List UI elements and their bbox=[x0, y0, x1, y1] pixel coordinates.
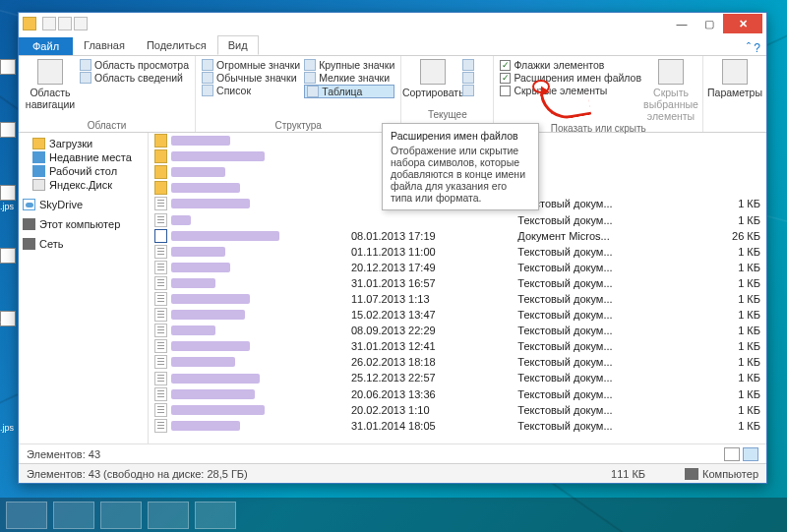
details-pane-button[interactable]: Область сведений bbox=[80, 72, 189, 84]
groupby-button[interactable] bbox=[462, 59, 474, 71]
file-date: 31.01.2013 12:41 bbox=[345, 338, 512, 354]
table-row[interactable]: 01.11.2013 11:00Текстовый докум...1 КБ bbox=[149, 244, 766, 260]
file-size bbox=[696, 133, 766, 148]
table-row[interactable]: Текстовый докум...1 КБ bbox=[149, 211, 766, 227]
close-button[interactable]: ✕ bbox=[723, 14, 762, 33]
tab-view[interactable]: Вид bbox=[217, 35, 259, 55]
table-row[interactable]: 08.01.2013 17:19Документ Micros...26 КБ bbox=[149, 228, 766, 244]
sizecols-button[interactable] bbox=[462, 85, 474, 96]
taskbar-item[interactable] bbox=[100, 502, 142, 529]
file-name-redacted bbox=[171, 405, 265, 415]
layout-table[interactable]: Таблица bbox=[304, 85, 394, 98]
navpane-label: Область навигации bbox=[26, 87, 75, 110]
tooltip-title: Расширения имен файлов bbox=[391, 130, 530, 142]
status-computer: Компьютер bbox=[702, 468, 758, 480]
navigation-pane[interactable]: Загрузки Недавние места Рабочий стол Янд… bbox=[19, 133, 149, 443]
sidebar-item-network[interactable]: Сеть bbox=[21, 237, 146, 251]
file-type: Текстовый докум... bbox=[512, 275, 696, 291]
file-name-redacted bbox=[171, 421, 240, 431]
table-row[interactable]: 20.06.2013 13:36Текстовый докум...1 КБ bbox=[149, 386, 766, 402]
desktop-icon bbox=[32, 165, 45, 177]
file-type: Документ Micros... bbox=[512, 228, 696, 244]
txt-icon bbox=[154, 292, 167, 306]
file-size: 1 КБ bbox=[696, 275, 766, 291]
ribbon: Область навигации Область просмотра Обла… bbox=[19, 56, 766, 133]
file-name-redacted bbox=[171, 278, 215, 288]
taskbar-item[interactable] bbox=[53, 502, 94, 529]
taskbar-item[interactable] bbox=[148, 502, 189, 529]
txt-icon bbox=[154, 355, 167, 369]
tab-file[interactable]: Файл bbox=[19, 37, 73, 55]
file-size: 1 КБ bbox=[696, 307, 766, 323]
layout-large[interactable]: Крупные значки bbox=[304, 59, 394, 71]
options-button[interactable]: Параметры bbox=[709, 59, 760, 119]
view-list-icon[interactable] bbox=[743, 447, 758, 461]
file-name-redacted bbox=[171, 294, 250, 304]
preview-icon bbox=[80, 59, 91, 71]
doc-icon bbox=[154, 229, 167, 243]
checkbox-file-extensions[interactable]: Расширения имен файлов bbox=[500, 72, 641, 84]
taskbar-item[interactable] bbox=[6, 502, 47, 529]
layout-list[interactable]: Список bbox=[202, 85, 300, 96]
sidebar-item-yadisk[interactable]: Яндекс.Диск bbox=[21, 178, 146, 192]
tab-home[interactable]: Главная bbox=[73, 35, 136, 55]
table-row[interactable]: 25.12.2013 22:57Текстовый докум...1 КБ bbox=[149, 370, 766, 385]
checkbox-item-checkboxes[interactable]: Флажки элементов bbox=[500, 59, 641, 71]
file-date: 08.09.2013 22:29 bbox=[345, 323, 512, 338]
file-type: Текстовый докум... bbox=[512, 291, 696, 307]
table-row[interactable]: 26.02.2013 18:18Текстовый докум...1 КБ bbox=[149, 354, 766, 370]
sidebar-item-recent[interactable]: Недавние места bbox=[21, 150, 146, 164]
file-size bbox=[696, 180, 766, 196]
table-row[interactable]: 31.01.2013 12:41Текстовый докум...1 КБ bbox=[149, 338, 766, 354]
file-date: 20.06.2013 13:36 bbox=[345, 386, 512, 402]
table-row[interactable]: 08.09.2013 22:29Текстовый докум...1 КБ bbox=[149, 323, 766, 338]
table-row[interactable]: 31.01.2013 16:57Текстовый докум...1 КБ bbox=[149, 275, 766, 291]
addcolumn-button[interactable] bbox=[462, 72, 474, 84]
hide-selected-button[interactable]: Скрыть выбранные элементы bbox=[645, 59, 696, 122]
file-name-redacted bbox=[171, 389, 255, 399]
folder-icon bbox=[154, 165, 167, 179]
minimize-button[interactable]: — bbox=[668, 14, 696, 33]
txt-icon bbox=[154, 403, 167, 417]
navpane-button[interactable]: Область навигации bbox=[25, 59, 76, 119]
file-name-redacted bbox=[171, 183, 240, 193]
table-row[interactable]: 11.07.2013 1:13Текстовый докум...1 КБ bbox=[149, 291, 766, 307]
sidebar-item-downloads[interactable]: Загрузки bbox=[21, 137, 146, 150]
preview-pane-button[interactable]: Область просмотра bbox=[80, 59, 189, 71]
sidebar-item-skydrive[interactable]: SkyDrive bbox=[21, 198, 146, 211]
table-row[interactable]: 20.02.2013 1:10Текстовый докум...1 КБ bbox=[149, 402, 766, 418]
checkbox-hidden-items[interactable]: Скрытые элементы bbox=[500, 85, 641, 96]
file-type: Текстовый докум... bbox=[512, 307, 696, 323]
group-caption: Области bbox=[25, 119, 189, 132]
checkbox-icon bbox=[500, 73, 511, 84]
help-icon[interactable]: ˆ ? bbox=[747, 41, 760, 55]
file-type: Текстовый докум... bbox=[512, 402, 696, 418]
file-name-redacted bbox=[171, 199, 250, 208]
hide-icon bbox=[658, 59, 684, 85]
file-size: 1 КБ bbox=[696, 323, 766, 338]
titlebar[interactable]: — ▢ ✕ bbox=[19, 13, 766, 34]
sort-button[interactable]: Сортировать bbox=[407, 59, 458, 108]
table-row[interactable]: 31.01.2014 18:05Текстовый докум...1 КБ bbox=[149, 418, 766, 434]
tab-share[interactable]: Поделиться bbox=[136, 35, 217, 55]
maximize-button[interactable]: ▢ bbox=[696, 14, 723, 33]
quick-access-toolbar[interactable] bbox=[42, 17, 88, 30]
file-size: 1 КБ bbox=[696, 196, 766, 211]
taskbar[interactable] bbox=[0, 498, 787, 532]
item-count: Элементов: 43 bbox=[27, 448, 100, 460]
view-details-icon[interactable] bbox=[724, 447, 740, 461]
file-type bbox=[512, 148, 696, 164]
txt-icon bbox=[154, 308, 167, 322]
taskbar-item[interactable] bbox=[195, 502, 236, 529]
sidebar-item-desktop[interactable]: Рабочий стол bbox=[21, 164, 146, 178]
file-type: Текстовый докум... bbox=[512, 386, 696, 402]
layout-small[interactable]: Мелкие значки bbox=[304, 72, 394, 84]
layout-huge[interactable]: Огромные значки bbox=[202, 59, 300, 71]
layout-normal[interactable]: Обычные значки bbox=[202, 72, 300, 84]
sidebar-item-thispc[interactable]: Этот компьютер bbox=[21, 217, 146, 231]
details-icon bbox=[80, 72, 91, 84]
table-row[interactable]: 20.12.2013 17:49Текстовый докум...1 КБ bbox=[149, 260, 766, 275]
table-row[interactable]: 15.02.2013 13:47Текстовый докум...1 КБ bbox=[149, 307, 766, 323]
file-type: Текстовый докум... bbox=[512, 211, 696, 227]
file-size: 1 КБ bbox=[696, 354, 766, 370]
